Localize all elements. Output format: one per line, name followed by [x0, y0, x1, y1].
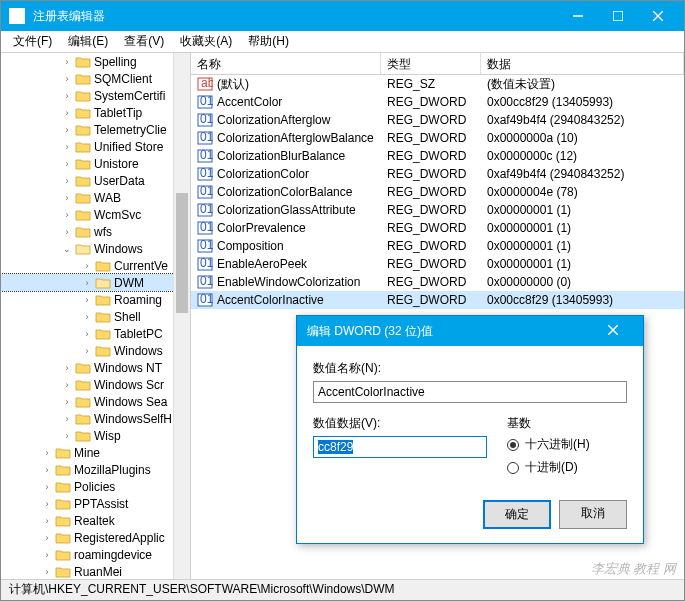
- tree-item[interactable]: ›CurrentVe: [1, 257, 190, 274]
- chevron-down-icon[interactable]: ⌄: [61, 243, 73, 255]
- dialog-close-button[interactable]: [593, 324, 633, 338]
- maximize-button[interactable]: [600, 5, 636, 27]
- tree-item[interactable]: ›Shell: [1, 308, 190, 325]
- tree-item[interactable]: ›TabletPC: [1, 325, 190, 342]
- chevron-right-icon[interactable]: ›: [61, 73, 73, 85]
- minimize-button[interactable]: [560, 5, 596, 27]
- chevron-right-icon[interactable]: ›: [81, 311, 93, 323]
- chevron-right-icon[interactable]: ›: [81, 328, 93, 340]
- chevron-right-icon[interactable]: ›: [61, 396, 73, 408]
- tree-item[interactable]: ›Spelling: [1, 53, 190, 70]
- tree-item[interactable]: ›RegisteredApplic: [1, 529, 190, 546]
- scrollbar-thumb[interactable]: [176, 193, 188, 313]
- tree-item[interactable]: ›SQMClient: [1, 70, 190, 87]
- tree-item[interactable]: ›SystemCertifi: [1, 87, 190, 104]
- chevron-right-icon[interactable]: ›: [41, 549, 53, 561]
- chevron-right-icon[interactable]: ›: [61, 90, 73, 102]
- chevron-right-icon[interactable]: ›: [81, 294, 93, 306]
- menu-help[interactable]: 帮助(H): [240, 31, 297, 52]
- chevron-right-icon[interactable]: ›: [61, 379, 73, 391]
- tree-item[interactable]: ›Policies: [1, 478, 190, 495]
- tree-item[interactable]: ›Windows Sea: [1, 393, 190, 410]
- tree-item[interactable]: ›wfs: [1, 223, 190, 240]
- tree-item[interactable]: ›roamingdevice: [1, 546, 190, 563]
- tree-item[interactable]: ›WcmSvc: [1, 206, 190, 223]
- value-row[interactable]: 010ColorizationColorREG_DWORD0xaf49b4f4 …: [191, 165, 684, 183]
- value-row[interactable]: 010AccentColorREG_DWORD0x00cc8f29 (13405…: [191, 93, 684, 111]
- tree-item[interactable]: ›TelemetryClie: [1, 121, 190, 138]
- chevron-right-icon[interactable]: ›: [81, 260, 93, 272]
- tree-item[interactable]: ›Unistore: [1, 155, 190, 172]
- tree-item[interactable]: ›TabletTip: [1, 104, 190, 121]
- chevron-right-icon[interactable]: ›: [61, 192, 73, 204]
- radio-dec[interactable]: 十进制(D): [507, 459, 627, 476]
- value-data-input[interactable]: cc8f29: [313, 436, 487, 458]
- value-name-label: 数值名称(N):: [313, 360, 627, 377]
- chevron-right-icon[interactable]: ›: [41, 481, 53, 493]
- tree-item[interactable]: ›Mine: [1, 444, 190, 461]
- chevron-right-icon[interactable]: ›: [81, 277, 93, 289]
- cancel-button[interactable]: 取消: [559, 500, 627, 529]
- value-row[interactable]: 010CompositionREG_DWORD0x00000001 (1): [191, 237, 684, 255]
- col-data[interactable]: 数据: [481, 53, 684, 74]
- chevron-right-icon[interactable]: ›: [61, 56, 73, 68]
- col-type[interactable]: 类型: [381, 53, 481, 74]
- folder-icon: [75, 72, 91, 86]
- col-name[interactable]: 名称: [191, 53, 381, 74]
- tree-item[interactable]: ›Unified Store: [1, 138, 190, 155]
- dialog-titlebar[interactable]: 编辑 DWORD (32 位)值: [297, 316, 643, 346]
- chevron-right-icon[interactable]: ›: [61, 175, 73, 187]
- tree-item[interactable]: ›WindowsSelfH: [1, 410, 190, 427]
- chevron-right-icon[interactable]: ›: [41, 566, 53, 578]
- tree-item[interactable]: ›PPTAssist: [1, 495, 190, 512]
- tree-item[interactable]: ›MozillaPlugins: [1, 461, 190, 478]
- chevron-right-icon[interactable]: ›: [41, 498, 53, 510]
- value-row[interactable]: 010EnableWindowColorizationREG_DWORD0x00…: [191, 273, 684, 291]
- chevron-right-icon[interactable]: ›: [61, 141, 73, 153]
- menu-edit[interactable]: 编辑(E): [60, 31, 116, 52]
- chevron-right-icon[interactable]: ›: [61, 226, 73, 238]
- chevron-right-icon[interactable]: ›: [61, 362, 73, 374]
- close-button[interactable]: [640, 5, 676, 27]
- tree-item[interactable]: ›Roaming: [1, 291, 190, 308]
- chevron-right-icon[interactable]: ›: [61, 209, 73, 221]
- chevron-right-icon[interactable]: ›: [61, 413, 73, 425]
- tree-item[interactable]: ›WAB: [1, 189, 190, 206]
- chevron-right-icon[interactable]: ›: [61, 430, 73, 442]
- tree-item[interactable]: ›Windows: [1, 342, 190, 359]
- radio-hex[interactable]: 十六进制(H): [507, 436, 627, 453]
- tree-item[interactable]: ›Windows NT: [1, 359, 190, 376]
- tree-item[interactable]: ›Realtek: [1, 512, 190, 529]
- value-row[interactable]: 010EnableAeroPeekREG_DWORD0x00000001 (1): [191, 255, 684, 273]
- tree-item[interactable]: ›DWM: [1, 274, 190, 291]
- value-row[interactable]: 010ColorizationColorBalanceREG_DWORD0x00…: [191, 183, 684, 201]
- chevron-right-icon[interactable]: ›: [41, 515, 53, 527]
- menu-file[interactable]: 文件(F): [5, 31, 60, 52]
- tree-item[interactable]: ›UserData: [1, 172, 190, 189]
- menu-favorites[interactable]: 收藏夹(A): [172, 31, 240, 52]
- value-row[interactable]: 010ColorPrevalenceREG_DWORD0x00000001 (1…: [191, 219, 684, 237]
- value-row[interactable]: 010ColorizationAfterglowREG_DWORD0xaf49b…: [191, 111, 684, 129]
- chevron-right-icon[interactable]: ›: [41, 447, 53, 459]
- chevron-right-icon[interactable]: ›: [41, 464, 53, 476]
- tree-item[interactable]: ›Windows Scr: [1, 376, 190, 393]
- menu-view[interactable]: 查看(V): [116, 31, 172, 52]
- chevron-right-icon[interactable]: ›: [81, 345, 93, 357]
- ok-button[interactable]: 确定: [483, 500, 551, 529]
- tree-item[interactable]: ›Wisp: [1, 427, 190, 444]
- chevron-right-icon[interactable]: ›: [61, 158, 73, 170]
- svg-text:010: 010: [200, 239, 213, 252]
- chevron-right-icon[interactable]: ›: [61, 124, 73, 136]
- tree-item-label: CurrentVe: [114, 259, 168, 273]
- chevron-right-icon[interactable]: ›: [41, 532, 53, 544]
- value-row[interactable]: 010AccentColorInactiveREG_DWORD0x00cc8f2…: [191, 291, 684, 309]
- value-name-input[interactable]: [313, 381, 627, 403]
- value-row[interactable]: ab(默认)REG_SZ(数值未设置): [191, 75, 684, 93]
- value-row[interactable]: 010ColorizationAfterglowBalanceREG_DWORD…: [191, 129, 684, 147]
- tree-item[interactable]: ›RuanMei: [1, 563, 190, 579]
- tree-scrollbar[interactable]: [173, 53, 190, 579]
- value-row[interactable]: 010ColorizationGlassAttributeREG_DWORD0x…: [191, 201, 684, 219]
- tree-item[interactable]: ⌄Windows: [1, 240, 190, 257]
- value-row[interactable]: 010ColorizationBlurBalanceREG_DWORD0x000…: [191, 147, 684, 165]
- chevron-right-icon[interactable]: ›: [61, 107, 73, 119]
